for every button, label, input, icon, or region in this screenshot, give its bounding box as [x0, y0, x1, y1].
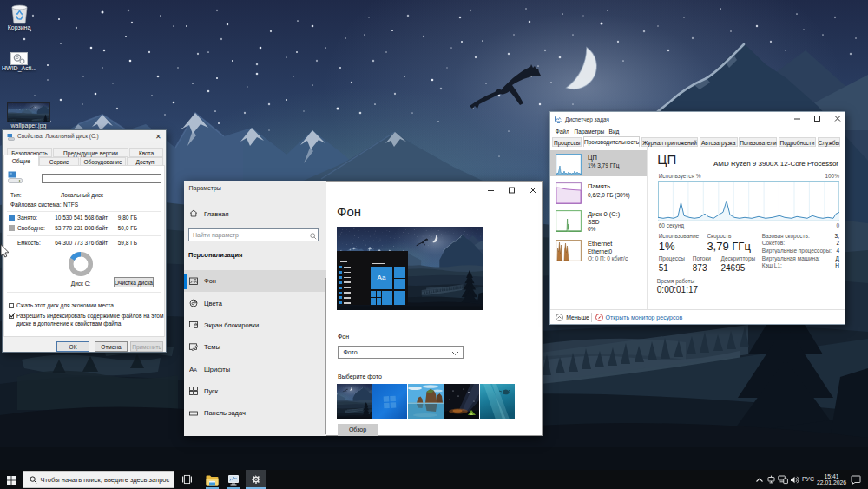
svg-text:A: A — [194, 367, 197, 373]
